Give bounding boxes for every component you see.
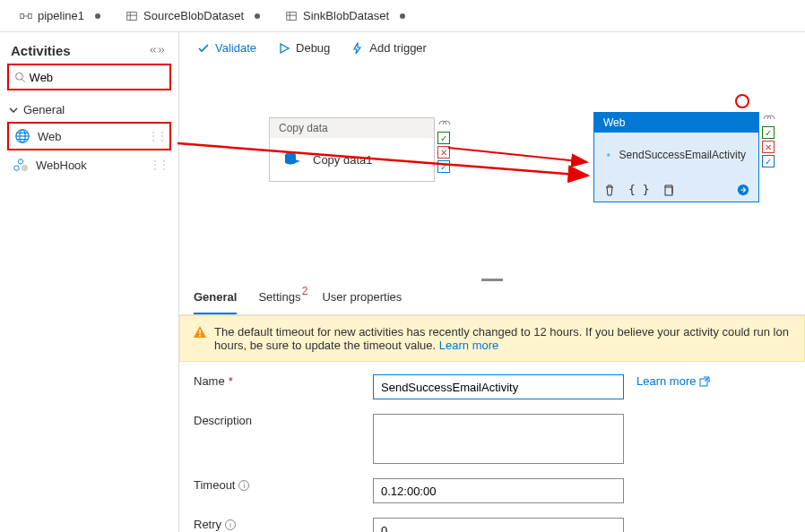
validate-button[interactable]: Validate [197, 41, 256, 55]
success-port[interactable]: ✓ [762, 126, 775, 139]
retry-input[interactable] [373, 518, 624, 532]
go-icon[interactable] [737, 184, 749, 196]
svg-rect-30 [199, 335, 201, 337]
pipeline-toolbar: Validate Debug Add trigger [179, 32, 805, 64]
failure-port[interactable]: ✕ [437, 146, 450, 159]
database-icon [282, 149, 304, 170]
debug-button[interactable]: Debug [278, 41, 330, 55]
failure-port[interactable]: ✕ [762, 141, 775, 153]
group-label: General [23, 103, 65, 116]
name-input[interactable] [373, 374, 624, 399]
add-trigger-button[interactable]: Add trigger [351, 41, 427, 55]
delete-icon[interactable] [603, 184, 616, 196]
globe-icon [14, 128, 30, 144]
highlight-circle [735, 94, 749, 108]
trigger-icon [351, 42, 364, 55]
svg-rect-3 [127, 12, 137, 20]
learn-more-link[interactable]: Learn more [439, 339, 498, 352]
svg-point-17 [14, 166, 19, 170]
grip-icon: ⋮⋮ [150, 159, 168, 171]
search-input[interactable] [30, 71, 164, 84]
tab-label: General [194, 290, 237, 304]
svg-rect-1 [29, 13, 32, 18]
timeout-input[interactable] [373, 478, 624, 503]
webhook-icon [13, 157, 29, 173]
node-body: Copy data1 [270, 138, 434, 181]
activity-webhook[interactable]: WebHook ⋮⋮ [7, 150, 171, 179]
node-copy-data[interactable]: Copy data Copy data1 [269, 117, 435, 182]
dirty-dot-icon [255, 13, 260, 19]
tab-general[interactable]: General [194, 281, 237, 314]
code-icon[interactable]: { } [628, 183, 649, 196]
editor-right: Validate Debug Add trigger Copy data Cop… [179, 32, 805, 532]
tab-sink-dataset[interactable]: SinkBlobDataset [273, 0, 418, 32]
play-icon [278, 42, 290, 55]
completion-port[interactable]: ✓ [437, 160, 450, 173]
svg-rect-29 [199, 330, 201, 334]
info-icon[interactable]: i [238, 480, 249, 491]
warning-line1: The default timeout for new activities h… [214, 325, 789, 339]
activities-search[interactable] [7, 64, 171, 90]
tab-pipeline[interactable]: pipeline1 [7, 0, 113, 32]
group-general[interactable]: General [7, 98, 171, 122]
collapse-icon[interactable] [150, 45, 168, 57]
property-tabs: General Settings2 User properties [179, 281, 805, 315]
main: Activities General Web ⋮⋮ WebHook ⋮⋮ [0, 32, 805, 532]
svg-rect-0 [21, 13, 24, 18]
svg-line-28 [448, 148, 587, 162]
tab-settings[interactable]: Settings2 [258, 281, 300, 314]
svg-rect-26 [665, 187, 672, 195]
btn-label: Validate [215, 41, 256, 55]
node-header: Web [594, 113, 758, 133]
tab-label: User properties [322, 290, 402, 304]
loop-icon [437, 119, 452, 130]
tab-label: pipeline1 [38, 9, 84, 22]
properties-form: Name * Learn more Description Timeout i … [179, 362, 805, 532]
activity-web[interactable]: Web ⋮⋮ [7, 122, 171, 150]
node-ports-copy: ✓ ✕ ✓ [437, 119, 452, 173]
warning-line2: hours, be sure to update the timeout val… [214, 339, 436, 352]
activity-label: WebHook [36, 159, 87, 172]
link-label: Learn more [636, 374, 696, 388]
editor-tabs: pipeline1 SourceBlobDataset SinkBlobData… [0, 0, 805, 32]
retry-label: Retry i [194, 518, 373, 531]
warning-text: The default timeout for new activities h… [214, 325, 789, 352]
external-icon [699, 376, 710, 387]
btn-label: Add trigger [369, 41, 427, 55]
learn-more-link[interactable]: Learn more [624, 374, 791, 388]
completion-port[interactable]: ✓ [762, 155, 775, 167]
grip-icon: ⋮⋮ [148, 130, 166, 142]
tab-user-properties[interactable]: User properties [322, 281, 402, 314]
node-body: SendSuccessEmailActivity [594, 133, 758, 177]
search-icon [14, 71, 26, 83]
node-label: Copy data1 [313, 153, 373, 167]
chevron-down-icon [9, 106, 18, 115]
tab-label: SourceBlobDataset [143, 9, 244, 22]
svg-point-9 [16, 73, 23, 80]
badge: 2 [302, 285, 308, 297]
check-icon [197, 42, 210, 55]
svg-point-16 [18, 159, 22, 164]
pipeline-icon [20, 10, 32, 22]
dataset-icon [126, 10, 138, 22]
copy-icon[interactable] [662, 184, 674, 196]
pipeline-canvas[interactable]: Copy data Copy data1 ✓ ✕ ✓ Web SendSucce… [179, 64, 805, 279]
node-actions: { } [594, 177, 758, 202]
loop-icon [762, 114, 776, 124]
node-label: SendSuccessEmailActivity [619, 149, 746, 161]
node-web[interactable]: Web SendSuccessEmailActivity { } [593, 112, 759, 202]
warning-icon [193, 325, 207, 339]
info-icon[interactable]: i [225, 519, 236, 530]
dataset-icon [285, 10, 298, 22]
dirty-dot-icon [95, 13, 100, 19]
btn-label: Debug [296, 41, 330, 55]
description-input[interactable] [373, 414, 624, 464]
globe-icon [607, 143, 610, 167]
success-port[interactable]: ✓ [437, 132, 450, 144]
tab-label: SinkBlobDataset [303, 9, 389, 22]
tab-label: Settings [258, 290, 300, 304]
dirty-dot-icon [400, 13, 405, 19]
tab-source-dataset[interactable]: SourceBlobDataset [113, 0, 273, 32]
svg-line-10 [22, 79, 25, 82]
svg-rect-6 [287, 12, 297, 20]
